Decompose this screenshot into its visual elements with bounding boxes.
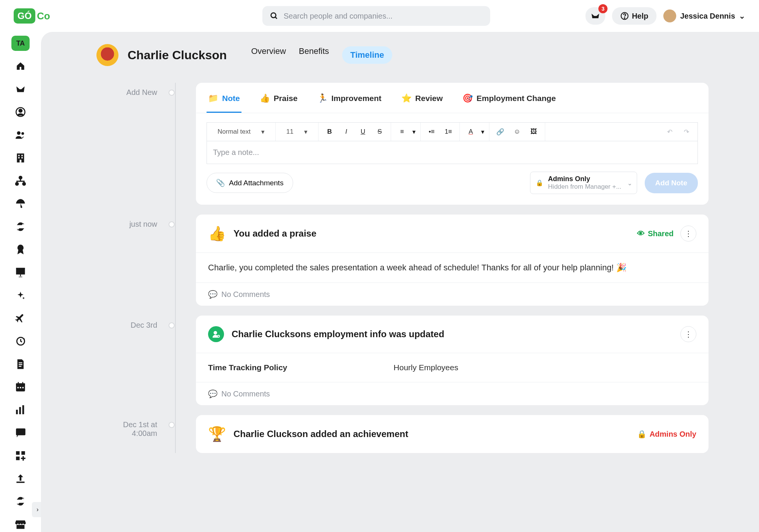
more-button[interactable]: ⋮ — [680, 226, 696, 242]
bar-chart-icon — [16, 405, 25, 414]
sidebar-item-company[interactable]: TA — [11, 36, 30, 51]
lock-icon: 🔒 — [637, 429, 647, 439]
bullet-list-button[interactable]: •≡ — [425, 128, 438, 136]
composer-tab-improvement-label: Improvement — [331, 94, 382, 103]
sidebar-item-home[interactable] — [11, 58, 30, 74]
text-style-select[interactable]: Normal text▾ — [211, 128, 271, 136]
item-comments[interactable]: 💬No Comments — [196, 283, 709, 306]
notifications-button[interactable]: 3 — [585, 7, 605, 25]
composer-tab-review[interactable]: ⭐Review — [400, 86, 444, 113]
number-list-button[interactable]: 1≡ — [442, 128, 455, 136]
svg-rect-26 — [22, 382, 23, 384]
timeline-item-employment: Charlie Clucksons employment info was up… — [196, 316, 709, 405]
tab-overview[interactable]: Overview — [251, 46, 286, 64]
align-button[interactable]: ≡ — [396, 128, 409, 136]
svg-rect-18 — [16, 268, 25, 275]
people-icon — [15, 130, 26, 139]
user-update-icon — [208, 326, 224, 342]
user-name: Jessica Dennis — [680, 12, 735, 21]
presentation-icon — [15, 267, 26, 277]
comment-icon: 💬 — [208, 389, 218, 398]
notifications-badge: 3 — [598, 4, 608, 13]
svg-rect-25 — [18, 382, 19, 384]
svg-rect-34 — [16, 451, 19, 455]
document-icon — [16, 359, 25, 369]
composer-tabs: 📁Note 👍Praise 🏃Improvement ⭐Review 🎯Empl… — [196, 83, 709, 113]
sidebar-item-calendar[interactable] — [11, 379, 30, 395]
editor-textarea[interactable]: Type a note... — [207, 141, 698, 164]
sidebar-item-company-info[interactable] — [11, 150, 30, 166]
shared-label: Shared — [648, 229, 674, 238]
sidebar-item-sync[interactable] — [11, 219, 30, 234]
more-vertical-icon: ⋮ — [685, 330, 692, 339]
sidebar-item-reports[interactable] — [11, 402, 30, 417]
svg-point-37 — [214, 331, 217, 335]
image-button[interactable]: 🖼 — [527, 128, 540, 136]
sidebar-item-messages[interactable] — [11, 425, 30, 440]
chevron-down-icon: ▾ — [412, 128, 416, 136]
item-title: You added a praise — [234, 228, 316, 239]
sidebar-item-marketplace[interactable] — [11, 517, 30, 532]
add-attachments-button[interactable]: 📎Add Attachments — [207, 173, 293, 193]
svg-rect-35 — [21, 451, 25, 455]
sidebar-item-documents[interactable] — [11, 356, 30, 371]
sidebar-item-upload[interactable] — [11, 471, 30, 486]
link-button[interactable]: 🔗 — [494, 128, 507, 136]
more-button[interactable]: ⋮ — [680, 326, 696, 342]
undo-button[interactable]: ↶ — [663, 128, 676, 136]
sidebar-item-awards[interactable] — [11, 242, 30, 257]
chevron-right-icon: › — [36, 506, 38, 513]
sidebar-item-time[interactable] — [11, 333, 30, 349]
composer-tab-employment[interactable]: 🎯Employment Change — [461, 86, 557, 113]
strike-button[interactable]: S — [373, 128, 386, 136]
sidebar-item-apps[interactable] — [11, 448, 30, 463]
svg-point-16 — [23, 183, 25, 185]
item-comments[interactable]: 💬No Comments — [196, 382, 709, 405]
main-content: Charlie Cluckson Overview Benefits Timel… — [41, 32, 759, 532]
sidebar-item-present[interactable] — [11, 265, 30, 280]
help-button[interactable]: Help — [612, 7, 656, 25]
privacy-select[interactable]: 🔒 Admins Only Hidden from Manager +... ⌄ — [530, 172, 637, 194]
timeline-item-praise: 👍 You added a praise 👁Shared ⋮ Charlie, … — [196, 215, 709, 306]
privacy-title: Admins Only — [548, 175, 621, 183]
composer-tab-improvement[interactable]: 🏃Improvement — [316, 86, 383, 113]
sidebar-item-refresh[interactable] — [11, 494, 30, 509]
improvement-icon: 🏃 — [317, 93, 328, 103]
sidebar-item-org[interactable] — [11, 173, 30, 188]
tab-benefits[interactable]: Benefits — [299, 46, 329, 64]
app-header: GÓCo Search people and companies... 3 He… — [0, 0, 759, 32]
user-menu[interactable]: Jessica Dennis ⌄ — [663, 9, 745, 22]
sidebar-item-profile[interactable] — [11, 104, 30, 120]
text-color-button[interactable]: A — [464, 128, 477, 136]
sidebar-item-inbox[interactable] — [11, 82, 30, 97]
admins-label: Admins Only — [650, 430, 696, 439]
svg-point-17 — [17, 245, 24, 251]
emoji-button[interactable]: ☺ — [511, 128, 524, 136]
timeline-dot — [169, 221, 175, 227]
font-size-value: 11 — [286, 128, 294, 136]
add-note-button[interactable]: Add Note — [645, 173, 698, 193]
composer-tab-praise[interactable]: 👍Praise — [258, 86, 299, 113]
timeline-label-addnew: Add New — [96, 83, 169, 205]
bold-button[interactable]: B — [323, 128, 336, 136]
sidebar-item-ai[interactable] — [11, 287, 30, 303]
underline-button[interactable]: U — [357, 128, 369, 136]
composer-card: 📁Note 👍Praise 🏃Improvement ⭐Review 🎯Empl… — [196, 83, 709, 205]
profile-avatar[interactable] — [96, 44, 118, 66]
logo[interactable]: GÓCo — [14, 6, 52, 25]
svg-rect-10 — [21, 155, 23, 156]
composer-tab-note-label: Note — [222, 94, 240, 103]
italic-button[interactable]: I — [340, 128, 353, 136]
sparkle-icon — [16, 291, 25, 300]
sidebar-item-benefits[interactable] — [11, 196, 30, 211]
svg-point-3 — [624, 18, 625, 19]
sidebar-item-people[interactable] — [11, 127, 30, 142]
composer-tab-note[interactable]: 📁Note — [207, 86, 241, 113]
sidebar-item-travel[interactable] — [11, 311, 30, 326]
tab-timeline[interactable]: Timeline — [342, 46, 393, 64]
font-size-select[interactable]: 11▾ — [280, 128, 314, 136]
redo-button[interactable]: ↷ — [680, 128, 693, 136]
calendar-icon — [16, 382, 25, 392]
search-input[interactable]: Search people and companies... — [262, 6, 490, 26]
admins-only-badge: 🔒Admins Only — [637, 429, 696, 439]
